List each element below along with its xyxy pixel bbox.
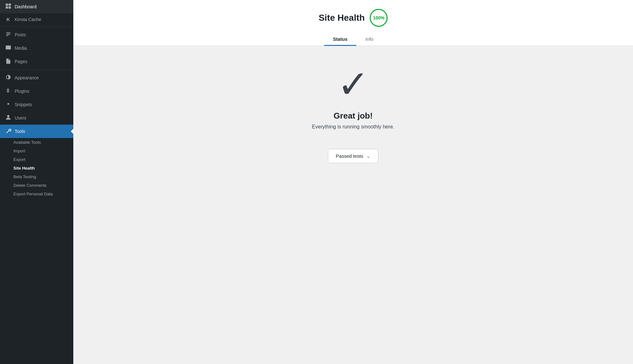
sidebar-item-tools[interactable]: Tools	[0, 125, 73, 138]
tab-status[interactable]: Status	[324, 33, 357, 46]
passed-tests-label: Passed tests	[336, 153, 363, 159]
sidebar-subitem-site-health[interactable]: Site Health	[0, 164, 73, 172]
sidebar-label-dashboard: Dashboard	[15, 4, 37, 9]
sidebar-subitem-export[interactable]: Export	[0, 155, 73, 164]
great-job-subtitle: Everything is running smoothly here.	[312, 124, 395, 130]
sidebar-label-media: Media	[15, 46, 27, 51]
main-content: Site Health 100% Status Info ✓ Great job…	[73, 0, 633, 364]
sidebar-subitem-available-tools[interactable]: Available Tools	[0, 138, 73, 147]
plugins-icon	[5, 88, 11, 95]
sidebar-subitem-import[interactable]: Import	[0, 147, 73, 155]
svg-rect-3	[9, 6, 11, 9]
page-title-row: Site Health 100%	[319, 9, 388, 27]
sidebar-item-plugins[interactable]: Plugins	[0, 84, 73, 98]
sidebar-subitem-export-personal-data[interactable]: Export Personal Data	[0, 190, 73, 198]
posts-icon	[5, 31, 11, 38]
svg-rect-1	[9, 4, 11, 6]
media-icon	[5, 45, 11, 52]
sidebar-label-tools: Tools	[15, 129, 25, 134]
sidebar-item-users[interactable]: Users	[0, 111, 73, 125]
chevron-down-icon: ⌄	[366, 153, 370, 159]
svg-rect-2	[6, 6, 8, 9]
sidebar-label-snippets: Snippets	[15, 102, 32, 107]
sidebar-label-posts: Posts	[15, 32, 26, 37]
sidebar-item-posts[interactable]: Posts	[0, 28, 73, 41]
sidebar-label-kinsta-cache: Kinsta Cache	[15, 17, 41, 22]
passed-tests-button[interactable]: Passed tests ⌄	[328, 149, 379, 163]
sidebar-item-pages[interactable]: Pages	[0, 55, 73, 68]
sidebar: Dashboard K Kinsta Cache Posts Media Pag…	[0, 0, 73, 364]
dashboard-icon	[5, 3, 11, 10]
svg-point-7	[7, 115, 9, 117]
snippets-icon	[5, 101, 11, 108]
kinsta-icon: K	[5, 17, 11, 22]
sidebar-subitem-delete-comments[interactable]: Delete Comments	[0, 181, 73, 190]
tabs: Status Info	[324, 33, 382, 46]
great-job-title: Great job!	[334, 111, 373, 121]
page-title: Site Health	[319, 13, 365, 23]
page-header: Site Health 100% Status Info	[73, 0, 633, 46]
sidebar-subitem-beta-testing[interactable]: Beta Testing	[0, 172, 73, 181]
tools-icon	[5, 128, 11, 135]
sidebar-item-kinsta-cache[interactable]: K Kinsta Cache	[0, 13, 73, 25]
sidebar-label-users: Users	[15, 115, 26, 120]
sidebar-label-plugins: Plugins	[15, 89, 29, 94]
sidebar-label-appearance: Appearance	[15, 75, 39, 80]
health-badge: 100%	[370, 9, 388, 27]
sidebar-item-snippets[interactable]: Snippets	[0, 98, 73, 111]
sidebar-item-media[interactable]: Media	[0, 41, 73, 55]
sidebar-item-appearance[interactable]: Appearance	[0, 71, 73, 84]
svg-rect-0	[6, 4, 8, 6]
users-icon	[5, 114, 11, 121]
pages-icon	[5, 58, 11, 65]
site-health-content: ✓ Great job! Everything is running smoot…	[73, 46, 633, 364]
checkmark-icon: ✓	[337, 65, 369, 103]
sidebar-label-pages: Pages	[15, 59, 27, 64]
tab-info[interactable]: Info	[356, 33, 382, 46]
svg-point-6	[7, 103, 9, 105]
sidebar-separator-2	[0, 69, 73, 70]
sidebar-item-dashboard[interactable]: Dashboard	[0, 0, 73, 13]
appearance-icon	[5, 74, 11, 81]
sidebar-separator-1	[0, 26, 73, 27]
svg-point-5	[7, 46, 8, 47]
